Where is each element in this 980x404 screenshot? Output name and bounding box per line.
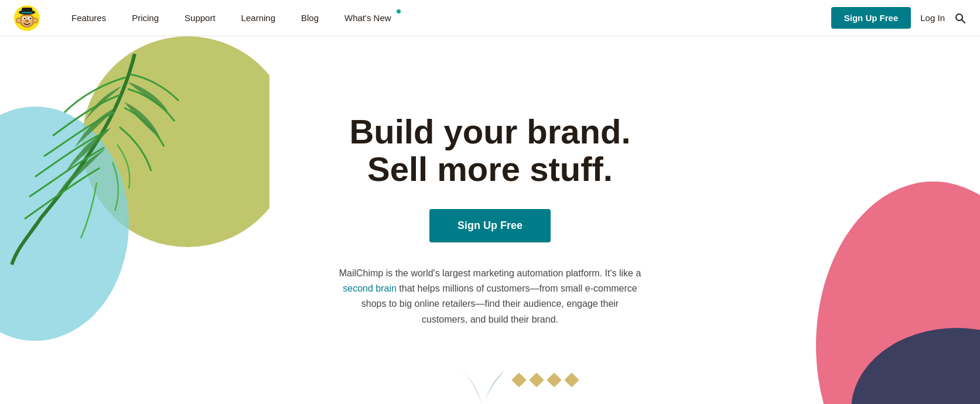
- svg-rect-23: [511, 372, 526, 387]
- search-icon: [954, 12, 966, 24]
- svg-point-5: [23, 18, 25, 19]
- navbar: Features Pricing Support Learning Blog W…: [0, 0, 980, 36]
- svg-point-22: [851, 328, 980, 404]
- svg-rect-25: [547, 372, 561, 387]
- deco-bottom: [315, 334, 666, 404]
- nav-features[interactable]: Features: [59, 0, 119, 36]
- logo[interactable]: [14, 5, 40, 31]
- hero-signup-button[interactable]: Sign Up Free: [429, 209, 551, 242]
- svg-line-18: [962, 20, 965, 23]
- nav-pricing[interactable]: Pricing: [119, 0, 172, 36]
- hero-headline-line1: Build your brand.: [349, 112, 630, 150]
- svg-point-14: [17, 19, 21, 22]
- second-brain-link[interactable]: second brain: [343, 283, 397, 293]
- svg-point-16: [33, 19, 37, 22]
- nav-learning[interactable]: Learning: [228, 0, 288, 36]
- hero-headline: Build your brand. Sell more stuff.: [338, 113, 643, 188]
- svg-rect-12: [22, 12, 32, 13]
- svg-point-20: [0, 107, 129, 341]
- nav-support[interactable]: Support: [172, 0, 228, 36]
- hero-content: Build your brand. Sell more stuff. Sign …: [338, 113, 643, 327]
- svg-point-19: [82, 36, 269, 247]
- svg-rect-24: [529, 372, 544, 387]
- nav-login-link[interactable]: Log In: [920, 13, 945, 23]
- hero-description: MailChimp is the world's largest marketi…: [338, 266, 643, 328]
- svg-point-21: [816, 182, 980, 404]
- hero-section: Build your brand. Sell more stuff. Sign …: [0, 36, 980, 404]
- svg-point-9: [28, 20, 29, 22]
- nav-blog[interactable]: Blog: [288, 0, 332, 36]
- svg-point-8: [26, 20, 27, 22]
- hero-desc-before: MailChimp is the world's largest marketi…: [339, 268, 641, 278]
- deco-left: [0, 36, 269, 404]
- nav-whats-new[interactable]: What's New: [332, 0, 404, 36]
- main-nav: Features Pricing Support Learning Blog W…: [59, 0, 831, 36]
- deco-right: [746, 170, 980, 404]
- search-button[interactable]: [954, 12, 966, 24]
- svg-rect-26: [564, 372, 579, 387]
- hero-headline-line2: Sell more stuff.: [367, 150, 613, 188]
- navbar-right: Sign Up Free Log In: [831, 7, 966, 29]
- hero-desc-after: that helps millions of customers—from sm…: [361, 283, 637, 324]
- svg-point-6: [29, 18, 31, 19]
- nav-signup-button[interactable]: Sign Up Free: [831, 7, 911, 29]
